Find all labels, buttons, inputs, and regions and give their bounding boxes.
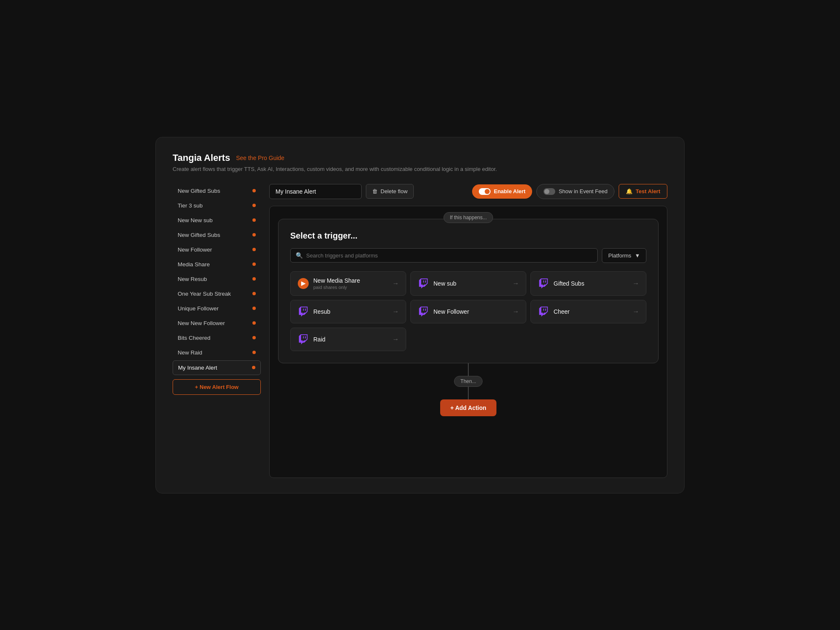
- sidebar-dot: [252, 218, 256, 222]
- sidebar-item-label: Tier 3 sub: [178, 202, 252, 209]
- sidebar-item-new-gifted-subs-1[interactable]: New Gifted Subs: [173, 184, 261, 198]
- sidebar-item-label: New Gifted Subs: [178, 188, 252, 194]
- new-alert-button[interactable]: + New Alert Flow: [173, 379, 261, 395]
- arrow-icon: →: [392, 280, 399, 287]
- search-input[interactable]: [306, 252, 592, 259]
- sidebar-dot: [252, 233, 256, 236]
- trigger-card-name: Gifted Subs: [554, 280, 628, 287]
- sidebar-item-my-insane-alert[interactable]: My Insane Alert: [173, 360, 261, 375]
- pro-guide-link[interactable]: See the Pro Guide: [236, 155, 284, 161]
- sidebar-item-new-gifted-subs-2[interactable]: New Gifted Subs: [173, 228, 261, 242]
- lightning-icon: 🔔: [626, 188, 633, 194]
- arrow-icon: →: [633, 280, 639, 287]
- main-content: 🗑 Delete flow Enable Alert Show in Event…: [269, 184, 667, 478]
- trigger-card-new-sub[interactable]: New sub →: [410, 271, 526, 296]
- sidebar-item-label: Media Share: [178, 261, 252, 268]
- search-row: 🔍 Platforms ▼: [290, 248, 646, 263]
- sidebar-item-label: Unique Follower: [178, 305, 252, 312]
- sidebar-dot: [252, 366, 255, 369]
- page-title-row: Tangia Alerts See the Pro Guide: [173, 152, 667, 163]
- flow-canvas: If this happens... Select a trigger... 🔍…: [269, 206, 667, 478]
- sidebar: New Gifted SubsTier 3 subNew New subNew …: [173, 184, 261, 478]
- sidebar-item-media-share[interactable]: Media Share: [173, 257, 261, 271]
- sidebar-item-new-resub[interactable]: New Resub: [173, 272, 261, 286]
- sidebar-item-label: New New sub: [178, 217, 252, 223]
- trigger-card-sub: paid shares only: [313, 285, 388, 290]
- trigger-title: Select a trigger...: [290, 231, 646, 241]
- sidebar-item-label: New Raid: [178, 349, 252, 356]
- main-layout: New Gifted SubsTier 3 subNew New subNew …: [173, 184, 667, 478]
- platforms-dropdown[interactable]: Platforms ▼: [602, 248, 646, 263]
- trigger-section: If this happens... Select a trigger... 🔍…: [278, 219, 659, 363]
- twitch-icon: [417, 278, 429, 289]
- sidebar-dot: [252, 204, 256, 207]
- show-event-feed-button[interactable]: Show in Event Feed: [536, 184, 614, 199]
- twitch-icon: [297, 306, 309, 318]
- trigger-card-name: New Media Share: [313, 277, 388, 284]
- trigger-card-name: Resub: [313, 308, 388, 315]
- trigger-card-raid[interactable]: Raid →: [290, 328, 406, 351]
- twitch-icon: [538, 278, 549, 289]
- sidebar-dot: [252, 307, 256, 310]
- page-header: Tangia Alerts See the Pro Guide Create a…: [173, 152, 667, 172]
- arrow-icon: →: [633, 308, 639, 315]
- arrow-icon: →: [392, 308, 399, 315]
- connector-line-1: [468, 363, 469, 376]
- trigger-card-name: Raid: [313, 336, 388, 343]
- sidebar-item-one-year-sub-streak[interactable]: One Year Sub Streak: [173, 287, 261, 301]
- toolbar: 🗑 Delete flow Enable Alert Show in Event…: [269, 184, 667, 199]
- trigger-card-resub[interactable]: Resub →: [290, 300, 406, 323]
- search-input-wrap[interactable]: 🔍: [290, 248, 598, 262]
- sidebar-item-label: New Gifted Subs: [178, 232, 252, 238]
- sidebar-item-bits-cheered[interactable]: Bits Cheered: [173, 331, 261, 345]
- arrow-icon: →: [392, 336, 399, 343]
- sidebar-dot: [252, 351, 256, 354]
- page-subtitle: Create alert flows that trigger TTS, Ask…: [173, 166, 667, 172]
- sidebar-item-tier-3-sub[interactable]: Tier 3 sub: [173, 199, 261, 213]
- sidebar-dot: [252, 277, 256, 281]
- twitch-icon: [538, 306, 549, 318]
- sidebar-item-unique-follower[interactable]: Unique Follower: [173, 302, 261, 315]
- if-this-label: If this happens...: [444, 212, 493, 223]
- chevron-down-icon: ▼: [635, 252, 640, 259]
- trigger-card-cheer[interactable]: Cheer →: [530, 300, 646, 323]
- trigger-card-new-follower[interactable]: New Follower →: [410, 300, 526, 323]
- sidebar-item-label: One Year Sub Streak: [178, 291, 252, 297]
- bottom-flow: Then... + Add Action: [270, 363, 667, 416]
- arrow-icon: →: [512, 280, 519, 287]
- delete-flow-button[interactable]: 🗑 Delete flow: [366, 184, 414, 199]
- sidebar-item-label: New New Follower: [178, 320, 252, 326]
- trigger-card-name: Cheer: [554, 308, 628, 315]
- alert-name-input[interactable]: [269, 184, 362, 199]
- page-title: Tangia Alerts: [173, 152, 230, 163]
- sidebar-item-label: New Resub: [178, 276, 252, 282]
- sidebar-dot: [252, 248, 256, 251]
- trigger-card-gifted-subs[interactable]: Gifted Subs →: [530, 271, 646, 296]
- sidebar-dot: [252, 336, 256, 339]
- sidebar-item-new-new-sub[interactable]: New New sub: [173, 213, 261, 227]
- add-action-button[interactable]: + Add Action: [440, 399, 496, 416]
- sidebar-item-new-new-follower[interactable]: New New Follower: [173, 316, 261, 330]
- trigger-card-new-media-share[interactable]: ▶ New Media Share paid shares only →: [290, 271, 406, 296]
- connector-line-2: [468, 387, 469, 399]
- arrow-icon: →: [512, 308, 519, 315]
- sidebar-dot: [252, 321, 256, 325]
- sidebar-dot: [252, 262, 256, 266]
- sidebar-dot: [252, 292, 256, 295]
- enable-alert-button[interactable]: Enable Alert: [472, 184, 532, 199]
- twitch-icon: [297, 333, 309, 345]
- sidebar-item-label: New Follower: [178, 247, 252, 253]
- trigger-grid: ▶ New Media Share paid shares only → New…: [290, 271, 646, 351]
- sidebar-item-label: Bits Cheered: [178, 335, 252, 341]
- search-icon: 🔍: [296, 252, 303, 259]
- trigger-box: Select a trigger... 🔍 Platforms ▼: [278, 219, 659, 363]
- trigger-card-name: New Follower: [433, 308, 508, 315]
- test-alert-button[interactable]: 🔔 Test Alert: [619, 184, 667, 199]
- sidebar-item-new-follower[interactable]: New Follower: [173, 243, 261, 257]
- event-feed-toggle: [543, 188, 555, 195]
- sidebar-item-new-raid[interactable]: New Raid: [173, 346, 261, 360]
- trash-icon: 🗑: [372, 188, 378, 194]
- sidebar-item-label: My Insane Alert: [178, 365, 252, 371]
- enable-toggle: [479, 188, 491, 195]
- twitch-icon: [417, 306, 429, 318]
